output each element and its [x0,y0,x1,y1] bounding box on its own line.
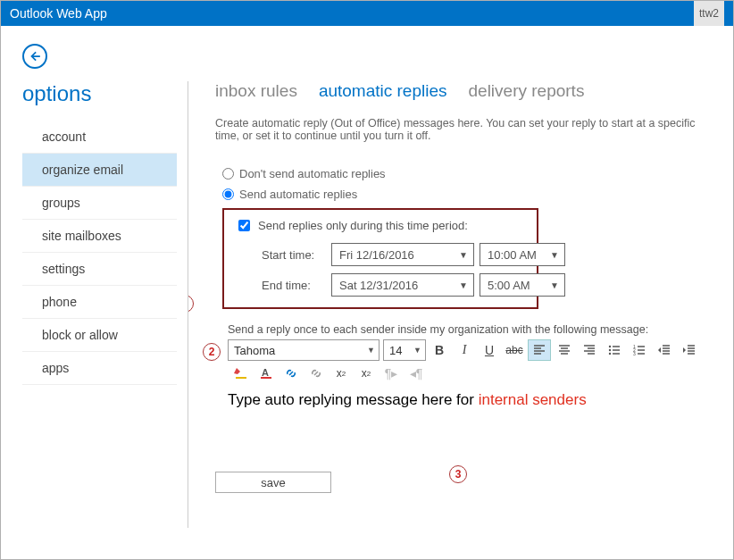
start-time-label: Start time: [262,248,326,262]
end-date-combo[interactable]: Sat 12/31/2016 ▼ [331,273,474,297]
numbered-list-button[interactable]: 123 [628,339,651,361]
caret-down-icon: ▼ [413,346,421,355]
title-bar: Outlook Web App ttw2 [1,1,733,26]
decrease-indent-button[interactable] [653,339,676,361]
align-left-icon [532,343,546,357]
radio-dont-send[interactable]: Don't send automatic replies [222,167,733,180]
caret-down-icon: ▼ [459,250,468,260]
insert-link-button[interactable] [279,363,303,384]
bold-button[interactable]: B [428,339,451,361]
bullet-list-button[interactable] [603,339,626,361]
user-chip[interactable]: ttw2 [694,1,724,26]
superscript-button[interactable]: x2 [329,363,353,384]
indent-icon [682,343,696,357]
callout-2: 2 [203,343,221,361]
page-description: Create automatic reply (Out of Office) m… [215,117,715,142]
save-button[interactable]: save [215,472,331,493]
time-period-box: 2 Send replies only during this time per… [222,208,538,309]
period-checkbox-label: Send replies only during this time perio… [258,219,468,232]
callout-1: 1 [188,295,194,313]
sidebar-item-phone[interactable]: phone [22,286,177,319]
editor-toolbar-row-1: Tahoma ▼ 14 ▼ B I U abc [228,339,710,361]
caret-down-icon: ▼ [550,250,559,260]
sidebar-item-apps[interactable]: apps [22,352,177,385]
period-checkbox[interactable] [238,220,250,231]
align-center-icon [557,343,571,357]
radio-dont-send-input[interactable] [222,168,234,180]
svg-rect-6 [236,377,246,379]
editor-toolbar-row-2: A x2 x2 ¶▸ ◂¶ [228,363,710,384]
radio-send[interactable]: Send automatic replies [222,188,733,201]
svg-point-1 [609,349,611,351]
svg-text:3: 3 [633,351,636,356]
sidebar-item-block-or-allow[interactable]: block or allow [22,319,177,352]
caret-down-icon: ▼ [550,280,559,290]
sidebar-item-site-mailboxes[interactable]: site mailboxes [22,220,177,253]
italic-button[interactable]: I [453,339,476,361]
tab-delivery-reports[interactable]: delivery reports [469,81,585,101]
font-size-select[interactable]: 14 ▼ [383,339,426,361]
sidebar-item-settings[interactable]: settings [22,253,177,286]
radio-send-input[interactable] [222,188,234,200]
outdent-icon [657,343,671,357]
highlight-color-button[interactable] [229,363,253,384]
svg-rect-8 [261,377,271,379]
arrow-left-icon [29,50,41,63]
message-intro: Send a reply once to each sender inside … [228,323,733,336]
options-heading: options [22,81,188,106]
ltr-button[interactable]: ¶▸ [380,363,403,384]
subscript-button[interactable]: x2 [354,363,378,384]
sidebar-item-account[interactable]: account [22,121,177,154]
svg-text:A: A [262,367,269,378]
highlight-icon [234,366,248,380]
align-left-button[interactable] [528,339,551,361]
numbered-list-icon: 123 [632,343,646,357]
unlink-icon [309,366,323,380]
font-color-icon: A [259,366,273,380]
link-icon [284,366,298,380]
tab-automatic-replies[interactable]: automatic replies [319,81,447,101]
content-tabs: inbox rules automatic replies delivery r… [215,81,733,101]
end-time-label: End time: [262,279,326,292]
bullet-list-icon [607,343,621,357]
svg-point-2 [609,353,611,355]
editor-text-highlight: internal senders [479,391,587,408]
end-time-combo[interactable]: 5:00 AM ▼ [480,273,565,297]
strikethrough-button[interactable]: abc [503,339,526,361]
start-date-combo[interactable]: Fri 12/16/2016 ▼ [331,243,474,266]
back-button[interactable] [22,44,47,69]
options-sidebar: options account organize email groups si… [1,81,188,528]
font-color-button[interactable]: A [254,363,278,384]
content-pane: inbox rules automatic replies delivery r… [188,81,733,528]
align-right-button[interactable] [578,339,601,361]
editor-text: Type auto replying message here for [228,391,479,408]
rich-text-editor: Tahoma ▼ 14 ▼ B I U abc [228,339,710,438]
start-time-combo[interactable]: 10:00 AM ▼ [480,243,565,266]
underline-button[interactable]: U [478,339,501,361]
editor-body[interactable]: Type auto replying message here for inte… [228,384,710,438]
callout-3: 3 [449,465,467,483]
align-center-button[interactable] [553,339,576,361]
app-title: Outlook Web App [10,6,107,21]
rtl-button[interactable]: ◂¶ [405,363,428,384]
svg-point-0 [609,346,611,347]
caret-down-icon: ▼ [459,280,468,290]
sidebar-item-organize-email[interactable]: organize email [22,154,177,187]
sidebar-item-groups[interactable]: groups [22,187,177,220]
font-family-select[interactable]: Tahoma ▼ [228,339,380,361]
align-right-icon [582,343,596,357]
increase-indent-button[interactable] [678,339,701,361]
caret-down-icon: ▼ [367,346,375,355]
tab-inbox-rules[interactable]: inbox rules [215,81,297,101]
remove-link-button[interactable] [304,363,328,384]
